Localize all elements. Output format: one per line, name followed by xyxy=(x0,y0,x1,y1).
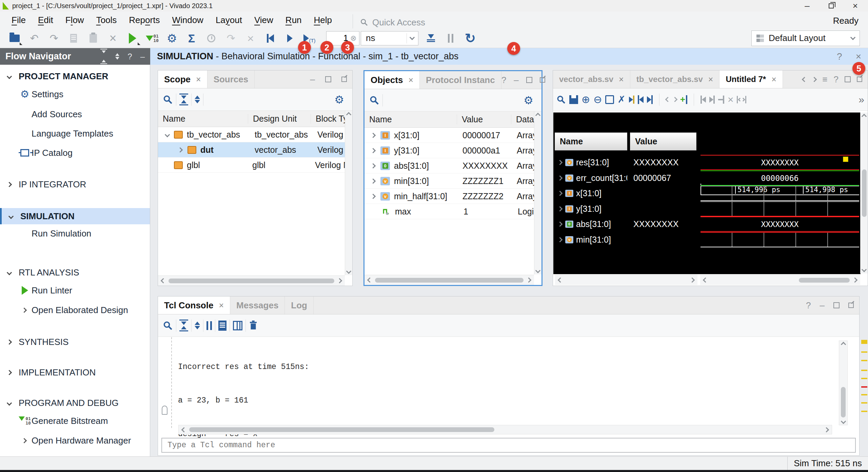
chevron-right-icon[interactable] xyxy=(371,178,376,184)
minimize-icon[interactable]: – xyxy=(140,52,145,61)
vertical-scrollbar[interactable] xyxy=(534,111,541,274)
gear-icon[interactable]: ⚙ xyxy=(334,94,344,105)
sidebar-section-rtl-analysis[interactable]: RTL ANALYSIS xyxy=(0,265,150,280)
search-icon[interactable] xyxy=(369,95,379,105)
float-icon[interactable] xyxy=(848,303,854,308)
error-marker-strip[interactable] xyxy=(861,337,867,427)
collapse-all-icon[interactable] xyxy=(179,320,188,331)
chevron-right-icon[interactable] xyxy=(178,147,183,152)
maximize-icon[interactable] xyxy=(833,302,840,308)
next-transition-icon[interactable] xyxy=(647,95,653,104)
window-restore-button[interactable] xyxy=(829,3,834,8)
table-row[interactable]: I x[31:0] 00000017 Array xyxy=(364,128,541,143)
pause-output-icon[interactable] xyxy=(206,321,212,330)
cut-button[interactable]: × xyxy=(103,30,123,46)
table-row[interactable]: glbl glbl Verilog M xyxy=(158,158,352,173)
sidebar-item-ip-catalog[interactable]: IP Catalog xyxy=(0,145,150,161)
warning-marker[interactable] xyxy=(861,360,867,361)
scroll-down-icon[interactable] xyxy=(841,419,846,424)
warning-marker[interactable] xyxy=(861,340,867,344)
expand-all-icon[interactable] xyxy=(195,322,200,329)
menu-file[interactable]: File xyxy=(5,15,32,25)
scroll-right-icon[interactable] xyxy=(337,278,342,284)
clear-time-icon[interactable]: ⊗ xyxy=(350,34,356,43)
warning-marker[interactable] xyxy=(861,411,867,412)
paste-button[interactable] xyxy=(83,30,103,46)
chevron-right-icon[interactable] xyxy=(371,163,376,168)
go-to-time-icon[interactable] xyxy=(629,96,634,104)
zoom-out-icon[interactable]: ⊖ xyxy=(593,95,602,105)
help-icon[interactable]: ? xyxy=(834,74,839,85)
collapse-all-icon[interactable] xyxy=(179,94,188,105)
chevron-right-icon[interactable] xyxy=(371,193,376,199)
close-icon[interactable]: × xyxy=(771,75,776,84)
table-row[interactable]: v min_half[31:0] ZZZZZZZ2 Array xyxy=(364,189,541,204)
sidebar-item-language-templates[interactable]: Language Templates xyxy=(0,126,150,141)
float-icon[interactable] xyxy=(857,77,862,82)
scroll-down-icon[interactable] xyxy=(535,268,541,273)
scroll-up-icon[interactable] xyxy=(841,342,846,347)
tab-sources[interactable]: Sources xyxy=(208,70,255,88)
maximize-icon[interactable] xyxy=(526,77,532,83)
help-icon[interactable]: ? xyxy=(806,300,811,311)
wave-signal-name[interactable]: vres[31:0] xyxy=(555,155,627,170)
horizontal-scrollbar[interactable] xyxy=(700,275,860,285)
column-header-value[interactable]: Value xyxy=(457,115,511,124)
table-row[interactable]: tb_vector_abs tb_vector_abs Verilog M xyxy=(158,127,352,142)
cursor-toggle-icon[interactable]: ✗ xyxy=(617,95,625,104)
table-row-selected[interactable]: dut vector_abs Verilog M xyxy=(158,142,352,158)
menu-edit[interactable]: Edit xyxy=(32,15,59,25)
column-header-design-unit[interactable]: Design Unit xyxy=(248,114,311,124)
copy-button[interactable] xyxy=(64,30,83,46)
close-icon[interactable]: × xyxy=(196,75,201,84)
warning-marker[interactable] xyxy=(861,370,867,371)
minimize-icon[interactable]: – xyxy=(310,74,315,85)
gear-icon[interactable]: ⚙ xyxy=(524,95,533,106)
vertical-scrollbar[interactable] xyxy=(839,341,848,425)
float-icon[interactable] xyxy=(341,77,347,82)
redo-button[interactable]: ↷ xyxy=(44,30,64,46)
wave-signal-name[interactable]: vmin[31:0] xyxy=(555,232,627,247)
sidebar-item-run-simulation[interactable]: Run Simulation xyxy=(0,226,150,241)
menu-view[interactable]: View xyxy=(248,15,279,25)
settings-button[interactable]: ⚙ xyxy=(162,30,182,46)
table-row[interactable]: I y[31:0] 000000a1 Array xyxy=(364,143,541,158)
float-icon[interactable] xyxy=(540,77,545,83)
warning-marker[interactable] xyxy=(861,378,867,379)
copy-icon[interactable] xyxy=(218,321,226,331)
minimize-icon[interactable]: – xyxy=(514,75,518,85)
horizontal-scrollbar[interactable] xyxy=(555,275,697,285)
menu-reports[interactable]: Reports xyxy=(123,15,166,25)
wave-column-header-name[interactable]: Name xyxy=(555,132,627,150)
scroll-down-icon[interactable] xyxy=(346,269,352,274)
horizontal-scrollbar[interactable] xyxy=(158,275,345,286)
horizontal-scrollbar[interactable] xyxy=(364,275,534,285)
scroll-left-icon[interactable] xyxy=(703,278,708,283)
sidebar-item-settings[interactable]: ⚙ Settings xyxy=(0,86,150,102)
column-header-name[interactable]: Name xyxy=(158,114,248,124)
tab-list-icon[interactable]: ≡ xyxy=(822,74,827,85)
time-unit-select[interactable]: ns xyxy=(361,31,418,45)
close-icon[interactable]: × xyxy=(708,75,713,84)
menu-window[interactable]: Window xyxy=(166,15,209,25)
menu-tools[interactable]: Tools xyxy=(90,15,123,25)
chevron-right-icon[interactable] xyxy=(371,148,376,153)
collapse-all-icon[interactable] xyxy=(100,49,107,64)
scroll-right-icon[interactable] xyxy=(824,427,829,432)
warning-marker[interactable] xyxy=(861,394,867,395)
window-close-button[interactable]: × xyxy=(853,1,858,11)
overflow-icon[interactable]: » xyxy=(859,94,864,105)
wave-signal-name[interactable]: verr_count[31:0] xyxy=(555,170,627,186)
add-marker-icon[interactable]: + xyxy=(680,94,687,105)
wave-signal-name[interactable]: Ix[31:0] xyxy=(555,186,627,201)
sidebar-section-ip-integrator[interactable]: IP INTEGRATOR xyxy=(0,177,150,192)
chevron-down-icon[interactable] xyxy=(165,132,170,137)
sidebar-item-open-hardware-manager[interactable]: Open Hardware Manager xyxy=(0,433,150,448)
save-icon[interactable] xyxy=(569,95,578,104)
layout-select[interactable]: Default Layout xyxy=(751,30,860,46)
maximize-icon[interactable] xyxy=(845,76,851,82)
scroll-up-icon[interactable] xyxy=(862,114,867,119)
scroll-right-icon[interactable] xyxy=(690,278,695,283)
undo-button[interactable]: ↶ xyxy=(24,30,44,46)
tab-protocol-instances[interactable]: Protocol Instanc xyxy=(420,71,501,89)
